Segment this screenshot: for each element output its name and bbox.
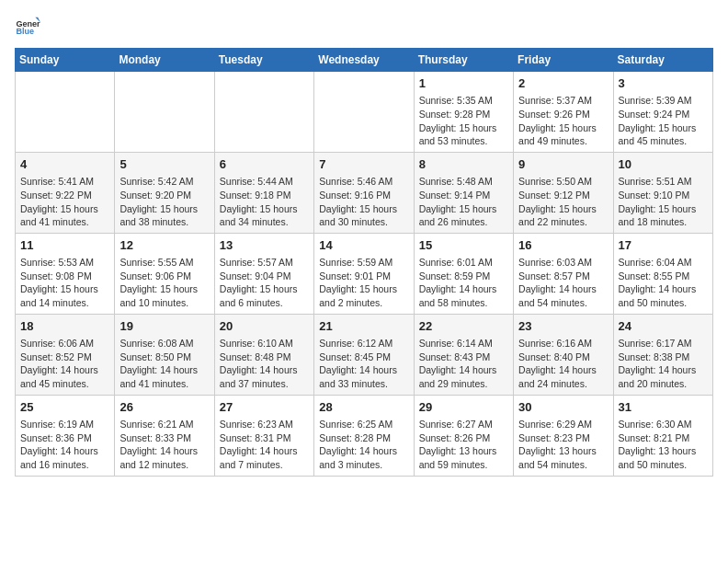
day-info: Sunset: 8:48 PM xyxy=(220,350,309,364)
day-info: Sunset: 9:01 PM xyxy=(319,270,408,283)
calendar-cell: 10Sunrise: 5:51 AMSunset: 9:10 PMDayligh… xyxy=(613,152,712,233)
day-info: Sunrise: 6:06 AM xyxy=(20,337,109,350)
day-info: Sunrise: 6:21 AM xyxy=(119,418,209,431)
day-info: Sunset: 9:26 PM xyxy=(518,108,608,121)
day-info: Sunrise: 6:19 AM xyxy=(20,418,109,431)
calendar-cell: 15Sunrise: 6:01 AMSunset: 8:59 PMDayligh… xyxy=(414,233,513,314)
day-info: Sunset: 8:59 PM xyxy=(419,270,508,283)
day-info: Sunrise: 5:35 AM xyxy=(419,94,508,108)
day-info: Daylight: 13 hours and 54 minutes. xyxy=(518,444,608,471)
day-info: Sunset: 9:18 PM xyxy=(220,189,309,202)
day-number: 1 xyxy=(419,75,508,92)
day-info: Daylight: 15 hours and 49 minutes. xyxy=(518,121,608,148)
day-number: 29 xyxy=(419,399,508,416)
day-number: 16 xyxy=(518,237,608,254)
day-info: Sunrise: 5:57 AM xyxy=(220,256,309,270)
day-number: 3 xyxy=(619,75,708,92)
calendar-cell: 28Sunrise: 6:25 AMSunset: 8:28 PMDayligh… xyxy=(314,395,414,476)
day-number: 26 xyxy=(119,399,209,416)
day-info: Daylight: 15 hours and 30 minutes. xyxy=(319,202,408,229)
day-info: Sunrise: 5:48 AM xyxy=(419,175,508,189)
day-info: Daylight: 15 hours and 53 minutes. xyxy=(419,121,508,148)
day-info: Sunrise: 6:29 AM xyxy=(518,418,608,431)
day-info: Daylight: 15 hours and 14 minutes. xyxy=(20,282,109,309)
day-info: Sunset: 9:20 PM xyxy=(119,189,209,202)
logo-icon: General Blue xyxy=(15,15,40,40)
day-info: Sunset: 9:24 PM xyxy=(619,108,708,121)
day-info: Sunrise: 6:27 AM xyxy=(419,418,508,431)
day-info: Sunrise: 5:44 AM xyxy=(220,175,309,189)
calendar-cell: 7Sunrise: 5:46 AMSunset: 9:16 PMDaylight… xyxy=(314,152,414,233)
day-info: Sunset: 8:57 PM xyxy=(518,270,608,283)
day-number: 31 xyxy=(619,399,708,416)
day-info: Sunrise: 6:17 AM xyxy=(619,337,708,350)
day-info: Daylight: 15 hours and 41 minutes. xyxy=(20,202,109,229)
day-info: Sunrise: 5:50 AM xyxy=(518,175,608,189)
day-number: 2 xyxy=(518,75,608,92)
day-info: Sunset: 9:22 PM xyxy=(20,189,109,202)
day-info: Daylight: 13 hours and 59 minutes. xyxy=(419,444,508,471)
day-info: Daylight: 14 hours and 12 minutes. xyxy=(119,444,209,471)
day-header-monday: Monday xyxy=(115,49,214,72)
day-info: Sunset: 8:31 PM xyxy=(220,431,309,445)
calendar-week-row: 18Sunrise: 6:06 AMSunset: 8:52 PMDayligh… xyxy=(16,314,713,395)
day-info: Daylight: 15 hours and 22 minutes. xyxy=(518,202,608,229)
day-info: Daylight: 14 hours and 29 minutes. xyxy=(419,363,508,390)
day-info: Daylight: 14 hours and 33 minutes. xyxy=(319,363,408,390)
day-number: 5 xyxy=(119,156,209,173)
day-header-tuesday: Tuesday xyxy=(214,49,313,72)
day-number: 6 xyxy=(220,156,309,173)
day-number: 17 xyxy=(619,237,708,254)
day-info: Sunset: 8:23 PM xyxy=(518,431,608,445)
day-info: Daylight: 14 hours and 20 minutes. xyxy=(619,363,708,390)
day-info: Sunset: 9:14 PM xyxy=(419,189,508,202)
day-info: Sunrise: 6:10 AM xyxy=(220,337,309,350)
calendar-cell: 1Sunrise: 5:35 AMSunset: 9:28 PMDaylight… xyxy=(414,72,513,153)
calendar-header-row: SundayMondayTuesdayWednesdayThursdayFrid… xyxy=(16,49,713,72)
day-info: Sunset: 8:33 PM xyxy=(119,431,209,445)
calendar-cell: 30Sunrise: 6:29 AMSunset: 8:23 PMDayligh… xyxy=(514,395,613,476)
day-info: Sunset: 9:12 PM xyxy=(518,189,608,202)
calendar-table: SundayMondayTuesdayWednesdayThursdayFrid… xyxy=(15,48,713,477)
calendar-cell xyxy=(115,72,214,153)
day-info: Sunrise: 6:01 AM xyxy=(419,256,508,270)
calendar-cell: 19Sunrise: 6:08 AMSunset: 8:50 PMDayligh… xyxy=(115,314,214,395)
day-info: Sunset: 9:06 PM xyxy=(119,270,209,283)
calendar-cell: 18Sunrise: 6:06 AMSunset: 8:52 PMDayligh… xyxy=(16,314,115,395)
day-info: Daylight: 14 hours and 3 minutes. xyxy=(319,444,408,471)
day-info: Sunrise: 5:41 AM xyxy=(20,175,109,189)
day-number: 8 xyxy=(419,156,508,173)
day-info: Sunrise: 6:16 AM xyxy=(518,337,608,350)
day-info: Sunrise: 5:51 AM xyxy=(619,175,708,189)
day-number: 20 xyxy=(220,318,309,335)
day-info: Daylight: 14 hours and 54 minutes. xyxy=(518,282,608,309)
calendar-cell: 26Sunrise: 6:21 AMSunset: 8:33 PMDayligh… xyxy=(115,395,214,476)
day-number: 15 xyxy=(419,237,508,254)
day-info: Sunset: 8:52 PM xyxy=(20,350,109,364)
day-info: Sunset: 9:16 PM xyxy=(319,189,408,202)
day-info: Sunrise: 6:12 AM xyxy=(319,337,408,350)
calendar-cell: 16Sunrise: 6:03 AMSunset: 8:57 PMDayligh… xyxy=(514,233,613,314)
day-info: Sunset: 9:08 PM xyxy=(20,270,109,283)
calendar-cell: 5Sunrise: 5:42 AMSunset: 9:20 PMDaylight… xyxy=(115,152,214,233)
day-info: Sunrise: 6:23 AM xyxy=(220,418,309,431)
day-number: 9 xyxy=(518,156,608,173)
day-info: Daylight: 15 hours and 38 minutes. xyxy=(119,202,209,229)
logo: General Blue xyxy=(15,15,40,40)
day-number: 23 xyxy=(518,318,608,335)
day-info: Sunrise: 5:59 AM xyxy=(319,256,408,270)
calendar-cell: 21Sunrise: 6:12 AMSunset: 8:45 PMDayligh… xyxy=(314,314,414,395)
day-number: 10 xyxy=(619,156,708,173)
day-info: Sunrise: 5:42 AM xyxy=(119,175,209,189)
day-number: 19 xyxy=(119,318,209,335)
day-info: Daylight: 14 hours and 7 minutes. xyxy=(220,444,309,471)
day-header-friday: Friday xyxy=(514,49,613,72)
calendar-cell: 8Sunrise: 5:48 AMSunset: 9:14 PMDaylight… xyxy=(414,152,513,233)
day-info: Sunrise: 5:39 AM xyxy=(619,94,708,108)
day-number: 7 xyxy=(319,156,408,173)
day-info: Daylight: 14 hours and 16 minutes. xyxy=(20,444,109,471)
day-info: Daylight: 14 hours and 45 minutes. xyxy=(20,363,109,390)
day-info: Sunrise: 5:37 AM xyxy=(518,94,608,108)
day-number: 18 xyxy=(20,318,109,335)
calendar-cell: 14Sunrise: 5:59 AMSunset: 9:01 PMDayligh… xyxy=(314,233,414,314)
